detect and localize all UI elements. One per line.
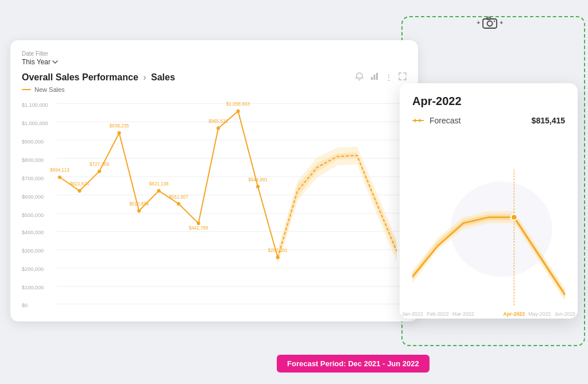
- label-oct2021: $1,058,903: [226, 102, 250, 107]
- point-may2021: [137, 209, 141, 212]
- svg-text:$500,000: $500,000: [22, 212, 44, 218]
- forecast-label: Forecast: [430, 116, 461, 125]
- point-dec2021: [276, 255, 280, 259]
- point-jan2021: [58, 176, 61, 179]
- main-chart-svg: $0 $100,000 $200,000 $300,000 $400,000 $…: [22, 98, 407, 310]
- forecast-mini-svg: Jan-2022 Feb-2022 Mar-2022 Apr-2022 May-…: [400, 164, 578, 319]
- label-mar2021: $727,169: [90, 162, 109, 167]
- label-jul2021: $551,507: [169, 195, 188, 200]
- svg-text:$300,000: $300,000: [22, 248, 44, 254]
- label-apr2021: $938,235: [110, 123, 129, 129]
- svg-text:$0: $0: [22, 302, 28, 308]
- point-apr2021: [117, 131, 121, 135]
- point-aug2021: [197, 222, 200, 225]
- svg-point-1: [488, 21, 493, 26]
- forecast-period-banner: Forecast Period: Dec 2021 - Jun 2022: [277, 355, 430, 373]
- main-container: + + Date Filter This Year Overall Sales …: [0, 0, 588, 384]
- chart-area: $0 $100,000 $200,000 $300,000 $400,000 $…: [22, 98, 407, 310]
- label-jun2021: $621,138: [149, 181, 169, 187]
- label-jan2021: $694,113: [50, 168, 69, 173]
- chevron-down-icon: [52, 59, 58, 65]
- alert-icon[interactable]: [355, 72, 364, 83]
- svg-text:Jan-2022: Jan-2022: [402, 311, 423, 317]
- point-jul2021: [177, 202, 180, 205]
- legend-label: New Sales: [34, 86, 65, 93]
- label-nov2021: $644,991: [248, 177, 268, 183]
- camera-icon: [482, 16, 498, 29]
- plus-right-icon: +: [500, 20, 503, 26]
- chart-header: Overall Sales Performance › Sales ⋮: [22, 72, 407, 83]
- svg-text:$400,000: $400,000: [22, 230, 44, 235]
- svg-text:$900,000: $900,000: [22, 139, 44, 145]
- label-sep2021: $965,531: [208, 119, 228, 124]
- active-point-dot: [511, 214, 517, 220]
- svg-text:Feb-2022: Feb-2022: [427, 311, 448, 317]
- label-dec2021: $257,201: [268, 248, 288, 253]
- chart-title: Overall Sales Performance › Sales: [22, 72, 175, 83]
- label-may2021: $510,834: [129, 201, 149, 207]
- ai-icon-area: + +: [477, 16, 503, 29]
- plus-left-icon: +: [477, 20, 480, 26]
- chart-legend: New Sales: [22, 86, 407, 93]
- svg-point-49: [451, 181, 552, 277]
- svg-text:$800,000: $800,000: [22, 157, 44, 163]
- svg-rect-0: [483, 19, 497, 28]
- svg-rect-5: [374, 75, 376, 80]
- point-oct2021: [237, 110, 240, 113]
- svg-point-3: [494, 21, 495, 22]
- label-aug2021: $442,789: [189, 226, 208, 231]
- svg-text:$100,000: $100,000: [22, 285, 44, 290]
- forecast-value: $815,415: [532, 116, 565, 125]
- chart-actions: ⋮: [355, 72, 407, 83]
- point-nov2021: [256, 185, 260, 188]
- svg-rect-6: [376, 73, 378, 80]
- svg-text:Jun-2022: Jun-2022: [554, 311, 575, 317]
- date-filter-selector[interactable]: This Year: [22, 58, 407, 66]
- svg-text:Mar-2022: Mar-2022: [452, 311, 474, 317]
- label-feb2021: $621,620: [70, 181, 90, 187]
- svg-text:$1,100,000: $1,100,000: [22, 102, 48, 108]
- svg-rect-2: [487, 17, 490, 20]
- expand-icon[interactable]: [399, 72, 407, 82]
- date-filter-label: Date Filter: [22, 51, 407, 57]
- point-feb2021: [78, 189, 81, 192]
- main-chart-card: Date Filter This Year Overall Sales Perf…: [10, 40, 418, 321]
- svg-text:$700,000: $700,000: [22, 176, 44, 181]
- svg-text:May-2022: May-2022: [528, 311, 551, 317]
- point-mar2021: [98, 169, 101, 173]
- bar-chart-icon[interactable]: [370, 72, 379, 83]
- forecast-popup-card: Apr-2022 Forecast $815,415 Jan-2022 Fe: [400, 83, 578, 319]
- main-sales-line: [60, 111, 278, 258]
- forecast-data-row: Forecast $815,415: [412, 116, 565, 125]
- svg-text:Apr-2022: Apr-2022: [503, 311, 525, 317]
- forecast-date-label: Apr-2022: [412, 95, 565, 108]
- point-sep2021: [216, 126, 220, 130]
- forecast-mini-chart: Jan-2022 Feb-2022 Mar-2022 Apr-2022 May-…: [400, 164, 578, 319]
- more-icon[interactable]: ⋮: [385, 73, 393, 82]
- point-jun2021: [157, 189, 161, 192]
- legend-color-dot: [22, 89, 31, 90]
- svg-text:$600,000: $600,000: [22, 194, 44, 200]
- svg-rect-4: [371, 77, 373, 80]
- svg-text:$1,000,000: $1,000,000: [22, 121, 48, 126]
- svg-text:$200,000: $200,000: [22, 266, 44, 272]
- forecast-line-icon: [412, 120, 424, 121]
